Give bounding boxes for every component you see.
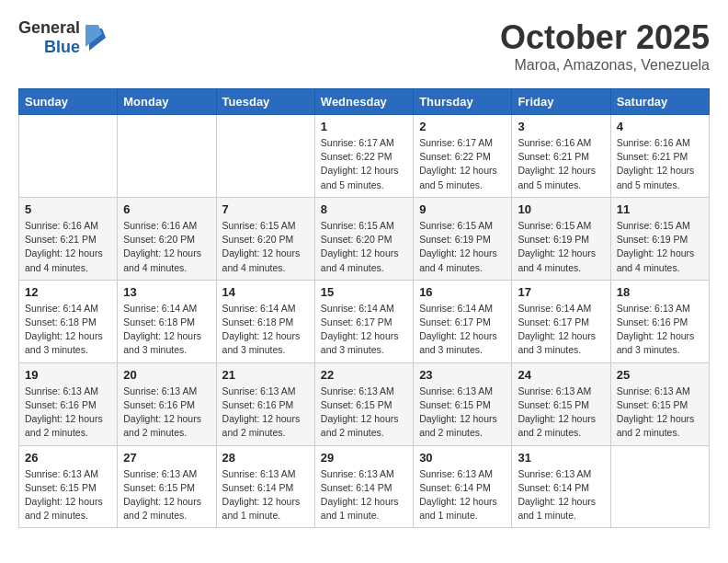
day-info: Sunrise: 6:13 AM Sunset: 6:14 PM Dayligh… (518, 467, 604, 523)
calendar-week-row: 19Sunrise: 6:13 AM Sunset: 6:16 PM Dayli… (19, 362, 710, 445)
day-number: 6 (123, 202, 210, 216)
weekday-header: Friday (512, 89, 610, 115)
weekday-header: Thursday (414, 89, 512, 115)
day-number: 24 (518, 368, 604, 382)
day-info: Sunrise: 6:17 AM Sunset: 6:22 PM Dayligh… (419, 136, 506, 192)
page-header: General Blue October 2025 Maroa, Amazona… (18, 18, 710, 74)
day-info: Sunrise: 6:14 AM Sunset: 6:18 PM Dayligh… (25, 302, 111, 358)
day-number: 18 (617, 285, 703, 299)
calendar-cell: 11Sunrise: 6:15 AM Sunset: 6:19 PM Dayli… (610, 197, 709, 280)
day-info: Sunrise: 6:13 AM Sunset: 6:16 PM Dayligh… (25, 385, 111, 441)
calendar-cell: 17Sunrise: 6:14 AM Sunset: 6:17 PM Dayli… (512, 280, 610, 362)
day-number: 7 (222, 202, 309, 216)
day-info: Sunrise: 6:13 AM Sunset: 6:15 PM Dayligh… (419, 385, 506, 441)
logo-icon (85, 25, 106, 51)
day-number: 15 (321, 285, 407, 299)
calendar-cell: 21Sunrise: 6:13 AM Sunset: 6:16 PM Dayli… (216, 362, 314, 445)
weekday-header: Sunday (19, 89, 118, 115)
calendar-cell: 22Sunrise: 6:13 AM Sunset: 6:15 PM Dayli… (314, 362, 413, 445)
calendar-cell: 16Sunrise: 6:14 AM Sunset: 6:17 PM Dayli… (414, 280, 512, 362)
day-info: Sunrise: 6:13 AM Sunset: 6:14 PM Dayligh… (419, 467, 506, 523)
logo-general: General (18, 18, 80, 38)
day-number: 1 (321, 120, 407, 133)
day-number: 31 (518, 451, 604, 465)
calendar-cell: 9Sunrise: 6:15 AM Sunset: 6:19 PM Daylig… (414, 197, 512, 280)
calendar-cell: 14Sunrise: 6:14 AM Sunset: 6:18 PM Dayli… (216, 280, 314, 362)
calendar-cell: 1Sunrise: 6:17 AM Sunset: 6:22 PM Daylig… (314, 115, 413, 198)
calendar-cell: 12Sunrise: 6:14 AM Sunset: 6:18 PM Dayli… (19, 280, 118, 362)
calendar-cell: 28Sunrise: 6:13 AM Sunset: 6:14 PM Dayli… (216, 445, 314, 528)
day-info: Sunrise: 6:15 AM Sunset: 6:20 PM Dayligh… (222, 219, 309, 275)
calendar-cell (610, 445, 709, 528)
calendar-cell: 24Sunrise: 6:13 AM Sunset: 6:15 PM Dayli… (512, 362, 610, 445)
calendar-cell: 18Sunrise: 6:13 AM Sunset: 6:16 PM Dayli… (610, 280, 709, 362)
day-number: 28 (222, 451, 309, 465)
day-number: 9 (419, 202, 506, 216)
day-number: 29 (321, 451, 407, 465)
calendar-cell: 19Sunrise: 6:13 AM Sunset: 6:16 PM Dayli… (19, 362, 118, 445)
day-number: 5 (25, 202, 111, 216)
calendar-cell: 2Sunrise: 6:17 AM Sunset: 6:22 PM Daylig… (414, 115, 512, 198)
day-info: Sunrise: 6:14 AM Sunset: 6:17 PM Dayligh… (419, 302, 506, 358)
day-number: 14 (222, 285, 309, 299)
calendar-header-row: SundayMondayTuesdayWednesdayThursdayFrid… (19, 89, 710, 115)
day-info: Sunrise: 6:15 AM Sunset: 6:19 PM Dayligh… (617, 219, 703, 275)
day-info: Sunrise: 6:14 AM Sunset: 6:18 PM Dayligh… (222, 302, 309, 358)
title-block: October 2025 Maroa, Amazonas, Venezuela (500, 18, 710, 74)
calendar-cell: 10Sunrise: 6:15 AM Sunset: 6:19 PM Dayli… (512, 197, 610, 280)
day-number: 20 (123, 368, 210, 382)
calendar-cell (19, 115, 118, 198)
calendar-week-row: 12Sunrise: 6:14 AM Sunset: 6:18 PM Dayli… (19, 280, 710, 362)
calendar-week-row: 5Sunrise: 6:16 AM Sunset: 6:21 PM Daylig… (19, 197, 710, 280)
day-number: 19 (25, 368, 111, 382)
day-info: Sunrise: 6:13 AM Sunset: 6:15 PM Dayligh… (123, 467, 210, 523)
calendar-cell: 27Sunrise: 6:13 AM Sunset: 6:15 PM Dayli… (118, 445, 216, 528)
day-info: Sunrise: 6:14 AM Sunset: 6:18 PM Dayligh… (123, 302, 210, 358)
day-info: Sunrise: 6:15 AM Sunset: 6:20 PM Dayligh… (321, 219, 407, 275)
day-number: 25 (617, 368, 703, 382)
calendar-cell: 4Sunrise: 6:16 AM Sunset: 6:21 PM Daylig… (610, 115, 709, 198)
day-info: Sunrise: 6:16 AM Sunset: 6:21 PM Dayligh… (617, 136, 703, 192)
day-info: Sunrise: 6:14 AM Sunset: 6:17 PM Dayligh… (518, 302, 604, 358)
day-info: Sunrise: 6:13 AM Sunset: 6:15 PM Dayligh… (617, 385, 703, 441)
calendar-cell: 25Sunrise: 6:13 AM Sunset: 6:15 PM Dayli… (610, 362, 709, 445)
day-number: 21 (222, 368, 309, 382)
month-title: October 2025 (500, 18, 710, 57)
day-number: 26 (25, 451, 111, 465)
day-number: 17 (518, 285, 604, 299)
day-number: 30 (419, 451, 506, 465)
day-number: 11 (617, 202, 703, 216)
calendar-cell: 8Sunrise: 6:15 AM Sunset: 6:20 PM Daylig… (314, 197, 413, 280)
day-info: Sunrise: 6:15 AM Sunset: 6:19 PM Dayligh… (419, 219, 506, 275)
day-info: Sunrise: 6:15 AM Sunset: 6:19 PM Dayligh… (518, 219, 604, 275)
day-info: Sunrise: 6:16 AM Sunset: 6:21 PM Dayligh… (518, 136, 604, 192)
location-title: Maroa, Amazonas, Venezuela (500, 57, 710, 74)
weekday-header: Tuesday (216, 89, 314, 115)
day-info: Sunrise: 6:16 AM Sunset: 6:20 PM Dayligh… (123, 219, 210, 275)
day-info: Sunrise: 6:13 AM Sunset: 6:15 PM Dayligh… (25, 467, 111, 523)
calendar-table: SundayMondayTuesdayWednesdayThursdayFrid… (18, 88, 710, 528)
calendar-cell: 5Sunrise: 6:16 AM Sunset: 6:21 PM Daylig… (19, 197, 118, 280)
calendar-cell (216, 115, 314, 198)
day-info: Sunrise: 6:14 AM Sunset: 6:17 PM Dayligh… (321, 302, 407, 358)
day-number: 3 (518, 120, 604, 133)
day-info: Sunrise: 6:13 AM Sunset: 6:14 PM Dayligh… (321, 467, 407, 523)
day-number: 8 (321, 202, 407, 216)
day-info: Sunrise: 6:13 AM Sunset: 6:16 PM Dayligh… (617, 302, 703, 358)
day-number: 10 (518, 202, 604, 216)
calendar-cell: 6Sunrise: 6:16 AM Sunset: 6:20 PM Daylig… (118, 197, 216, 280)
day-info: Sunrise: 6:16 AM Sunset: 6:21 PM Dayligh… (25, 219, 111, 275)
day-info: Sunrise: 6:13 AM Sunset: 6:15 PM Dayligh… (518, 385, 604, 441)
calendar-cell: 26Sunrise: 6:13 AM Sunset: 6:15 PM Dayli… (19, 445, 118, 528)
day-number: 2 (419, 120, 506, 133)
calendar-cell: 31Sunrise: 6:13 AM Sunset: 6:14 PM Dayli… (512, 445, 610, 528)
day-info: Sunrise: 6:13 AM Sunset: 6:16 PM Dayligh… (222, 385, 309, 441)
calendar-cell: 30Sunrise: 6:13 AM Sunset: 6:14 PM Dayli… (414, 445, 512, 528)
calendar-cell: 15Sunrise: 6:14 AM Sunset: 6:17 PM Dayli… (314, 280, 413, 362)
calendar-cell: 13Sunrise: 6:14 AM Sunset: 6:18 PM Dayli… (118, 280, 216, 362)
day-number: 12 (25, 285, 111, 299)
calendar-week-row: 26Sunrise: 6:13 AM Sunset: 6:15 PM Dayli… (19, 445, 710, 528)
weekday-header: Saturday (610, 89, 709, 115)
day-number: 13 (123, 285, 210, 299)
day-number: 22 (321, 368, 407, 382)
